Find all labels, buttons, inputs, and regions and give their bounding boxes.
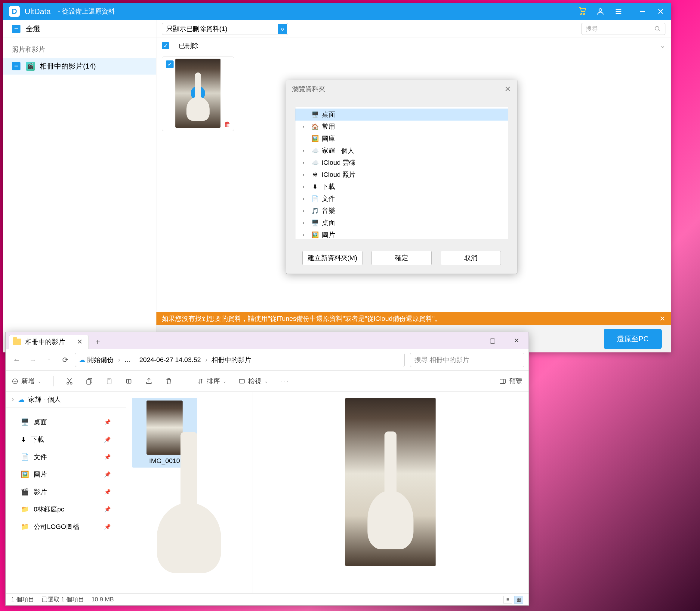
details-view-toggle[interactable]: ≡ (503, 596, 512, 603)
tree-item[interactable]: ›🖼️圖片 (295, 229, 508, 239)
close-icon[interactable]: ✕ (505, 332, 528, 349)
new-folder-button[interactable]: 建立新資料夾(M) (302, 251, 363, 265)
tree-item[interactable]: ›☁️家輝 - 個人 (295, 145, 508, 157)
tree-item[interactable]: ›❋iCloud 照片 (295, 169, 508, 181)
up-button[interactable]: ↑ (42, 353, 56, 367)
sidebar-account[interactable]: › ☁ 家輝 - 個人 (6, 392, 126, 407)
search-icon (654, 26, 661, 32)
preview-image (345, 398, 436, 566)
dialog-close-icon[interactable]: ✕ (505, 85, 511, 94)
preview-button[interactable]: 預覽 (499, 377, 523, 386)
nav-item[interactable]: 📁公司LOGO圖檔📌 (6, 518, 126, 536)
tree-item[interactable]: ›☁️iCloud 雲碟 (295, 157, 508, 169)
sidebar-item-album-videos[interactable]: − 🎬 相冊中的影片(14) (3, 58, 156, 75)
tree-item[interactable]: ›🎵音樂 (295, 205, 508, 217)
tree-item[interactable]: ›📄文件 (295, 193, 508, 205)
cut-icon[interactable] (65, 377, 73, 385)
folder-tree[interactable]: 🖥️桌面›🏠常用🖼️圖庫›☁️家輝 - 個人›☁️iCloud 雲碟›❋iClo… (295, 107, 508, 239)
minimize-icon[interactable]: — (456, 332, 480, 349)
nav-item[interactable]: 🖥️桌面📌 (6, 414, 126, 431)
explorer-sidebar: › ☁ 家輝 - 個人 🖥️桌面📌⬇下載📌📄文件📌🖼️圖片📌🎬影片📌📁0林鈺庭p… (6, 392, 126, 593)
recover-button[interactable]: 還原至PC (604, 329, 662, 349)
tree-item[interactable]: ›⬇下載 (295, 181, 508, 193)
dialog-title: 瀏覽資料夾 (292, 85, 325, 93)
menu-icon[interactable] (614, 7, 623, 16)
preview-pane (252, 392, 528, 593)
search-placeholder: 搜尋 相冊中的影片 (414, 355, 469, 364)
copy-icon[interactable] (85, 377, 93, 385)
tree-item[interactable]: ›🏠常用 (295, 121, 508, 133)
item-checkbox[interactable]: − (12, 62, 20, 70)
select-all-row[interactable]: − 全選 (3, 20, 156, 38)
close-icon[interactable] (656, 7, 665, 16)
category-label: 照片和影片 (3, 38, 156, 58)
file-list[interactable]: IMG_0010 (126, 392, 252, 593)
clapperboard-icon: 🎬 (26, 62, 35, 71)
rename-icon[interactable] (125, 377, 133, 385)
paste-icon[interactable] (105, 377, 113, 385)
section-label: 已刪除 (179, 41, 199, 50)
ultdata-titlebar: D UltData - 從設備上還原資料 (3, 3, 671, 20)
item-count: 1 個項目 (11, 595, 34, 603)
breadcrumb-mid[interactable]: … (124, 356, 131, 364)
section-deleted[interactable]: ✓ 已刪除 ⌄ (157, 38, 671, 54)
nav-item[interactable]: 🖼️圖片📌 (6, 466, 126, 483)
search-input[interactable]: 搜尋 (581, 23, 666, 35)
nav-item[interactable]: 📁0林鈺庭pc📌 (6, 501, 126, 518)
select-all-checkbox[interactable]: − (12, 25, 20, 33)
view-button[interactable]: 檢視 ⌄ (238, 377, 268, 386)
hint-close-icon[interactable]: ✕ (659, 314, 666, 323)
cancel-button[interactable]: 取消 (441, 251, 501, 265)
nav-item[interactable]: ⬇下載📌 (6, 431, 126, 448)
cart-icon[interactable] (578, 7, 587, 16)
minimize-icon[interactable] (638, 7, 647, 16)
thumb-checkbox[interactable]: ✓ (166, 60, 174, 68)
breadcrumb-leaf[interactable]: 相冊中的影片 (212, 355, 251, 364)
explorer-tab[interactable]: 相冊中的影片 ✕ (9, 335, 89, 349)
explorer-search-input[interactable]: 搜尋 相冊中的影片 (410, 353, 524, 367)
chevron-down-icon[interactable]: ⌄ (660, 42, 666, 50)
nav-item[interactable]: 📄文件📌 (6, 448, 126, 466)
breadcrumb-date[interactable]: 2024-06-27 14.03.52 (139, 356, 201, 364)
more-button[interactable]: ··· (280, 377, 289, 385)
back-button[interactable]: ← (10, 353, 23, 367)
section-checkbox[interactable]: ✓ (162, 42, 169, 49)
svg-point-1 (655, 26, 659, 30)
svg-point-0 (599, 9, 602, 12)
select-all-label: 全選 (26, 24, 40, 34)
tree-item[interactable]: ›🖥️桌面 (295, 217, 508, 229)
sort-icon (197, 378, 204, 385)
share-icon[interactable] (145, 377, 153, 385)
filter-selected-value: 只顯示已刪除資料(1) (166, 24, 228, 33)
tab-close-icon[interactable]: ✕ (77, 338, 83, 346)
hint-text: 如果您沒有找到想要的資料，請使用"從iTunes備份中還原資料"或者是"從iCl… (162, 314, 441, 323)
tree-item[interactable]: 🖼️圖庫 (295, 133, 508, 145)
hint-bar: 如果您沒有找到想要的資料，請使用"從iTunes備份中還原資料"或者是"從iCl… (157, 312, 671, 325)
file-thumbnail-image (146, 401, 183, 454)
selected-count: 已選取 1 個項目 (42, 595, 84, 603)
new-button[interactable]: 新增 ⌄ (12, 377, 41, 386)
file-item[interactable]: IMG_0010 (132, 398, 197, 467)
new-tab-button[interactable]: + (91, 335, 104, 349)
maximize-icon[interactable]: ▢ (480, 332, 505, 349)
thumbnails-view-toggle[interactable]: ▦ (514, 596, 523, 603)
user-icon[interactable] (596, 7, 604, 16)
dropdown-arrow-icon[interactable] (278, 24, 287, 34)
sort-button[interactable]: 排序 ⌄ (197, 377, 227, 386)
svg-rect-10 (239, 379, 245, 383)
filter-dropdown[interactable]: 只顯示已刪除資料(1) (162, 23, 288, 35)
app-subtitle: - 從設備上還原資料 (58, 7, 115, 16)
explorer-window: 相冊中的影片 ✕ + — ▢ ✕ ← → ↑ ⟳ ☁ 開始備份 › … 2024… (5, 332, 529, 606)
breadcrumb-root[interactable]: 開始備份 (87, 355, 114, 364)
nav-item[interactable]: 🎬影片📌 (6, 483, 126, 501)
delete-icon[interactable] (165, 377, 173, 385)
browse-folder-dialog: 瀏覽資料夾 ✕ 🖥️桌面›🏠常用🖼️圖庫›☁️家輝 - 個人›☁️iCloud … (286, 80, 517, 274)
tree-item[interactable]: 🖥️桌面 (295, 108, 508, 121)
ok-button[interactable]: 確定 (371, 251, 432, 265)
forward-button[interactable]: → (26, 353, 40, 367)
video-thumbnail[interactable]: ✓ 🗑 (162, 57, 234, 131)
refresh-button[interactable]: ⟳ (59, 353, 72, 367)
breadcrumb[interactable]: ☁ 開始備份 › … 2024-06-27 14.03.52 › 相冊中的影片 (75, 353, 405, 367)
preview-pane-icon (499, 378, 506, 385)
plus-circle-icon (12, 378, 18, 385)
